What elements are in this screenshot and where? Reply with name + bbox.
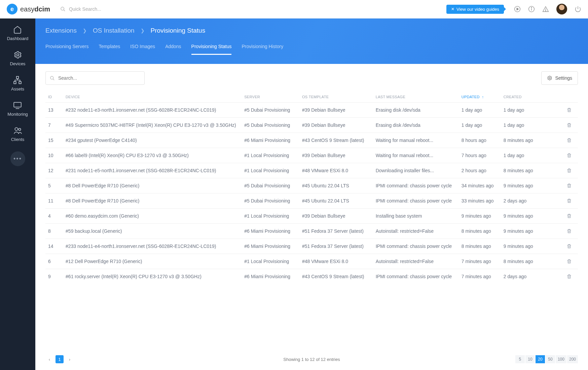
cell-server: #1 Local Provisioning — [242, 148, 299, 163]
cell-created: 8 minutes ago — [501, 163, 564, 178]
trash-icon[interactable] — [566, 138, 575, 143]
table-row[interactable]: 8#59 backup.local (Generic)#6 Miami Prov… — [45, 224, 578, 239]
tab-addons[interactable]: Addons — [165, 44, 181, 55]
table-row[interactable]: 6#12 Dell PowerEdge R710 (Generic)#1 Loc… — [45, 254, 578, 269]
info-icon[interactable] — [528, 6, 535, 12]
trash-icon[interactable] — [566, 228, 575, 234]
table-row[interactable]: 10#66 label9 (Intel(R) Xeon(R) CPU E3-12… — [45, 148, 578, 163]
trash-icon[interactable] — [566, 168, 575, 173]
cell-id: 15 — [45, 133, 63, 148]
cell-message: Installing base system — [373, 209, 459, 224]
breadcrumb-extensions[interactable]: Extensions — [45, 27, 77, 34]
col-created[interactable]: Created — [501, 91, 564, 103]
trash-icon[interactable] — [566, 244, 575, 249]
cell-updated: 8 minutes ago — [459, 239, 501, 254]
settings-button[interactable]: Settings — [541, 71, 578, 85]
trash-icon[interactable] — [566, 153, 575, 158]
pager-prev[interactable]: ‹ — [45, 355, 53, 363]
logo-bold: dcim — [34, 5, 50, 13]
table-row[interactable]: 12#231 node11-e5-north1.ironserver.net (… — [45, 163, 578, 178]
trash-icon[interactable] — [566, 259, 575, 264]
page-size-200[interactable]: 200 — [567, 355, 578, 363]
trash-icon[interactable] — [566, 213, 575, 219]
cell-template: #43 CentOS 9 Stream (latest) — [299, 133, 373, 148]
trash-icon[interactable] — [566, 198, 575, 204]
cell-created: 2 days ago — [501, 193, 564, 209]
col-template[interactable]: OS Template — [299, 91, 373, 103]
search-input-wrap[interactable] — [45, 71, 145, 85]
avatar[interactable] — [556, 4, 567, 14]
search-input[interactable] — [58, 75, 140, 81]
tab-provisioning-servers[interactable]: Provisioning Servers — [45, 44, 88, 55]
table-row[interactable]: 15#234 gputest (PowerEdge C4140)#6 Miami… — [45, 133, 578, 148]
close-icon[interactable]: ✕ — [451, 7, 454, 11]
pager-page[interactable]: 1 — [56, 355, 64, 363]
sidebar-item-devices[interactable]: Devices — [10, 50, 25, 66]
trash-icon[interactable] — [566, 122, 575, 128]
cell-updated: 8 hours ago — [459, 133, 501, 148]
alert-icon[interactable] — [542, 6, 549, 12]
tab-provisioning-status[interactable]: Provisioning Status — [191, 44, 232, 55]
trash-icon[interactable] — [566, 107, 575, 113]
power-icon[interactable] — [575, 6, 581, 12]
col-device[interactable]: Device — [63, 91, 242, 103]
tab-iso-images[interactable]: ISO Images — [130, 44, 155, 55]
cell-server: #1 Local Provisioning — [242, 209, 299, 224]
cell-id: 8 — [45, 224, 63, 239]
content: Settings ID Device Server OS Template La… — [35, 64, 588, 370]
sidebar-item-assets[interactable]: Assets — [11, 76, 24, 91]
logo[interactable]: e easydcim — [7, 4, 50, 14]
cell-template: #45 Ubuntu 22.04 LTS — [299, 193, 373, 209]
col-message[interactable]: Last Message — [373, 91, 459, 103]
cell-server: #1 Local Provisioning — [242, 254, 299, 269]
page-size-50[interactable]: 50 — [546, 355, 555, 363]
quick-search[interactable]: Quick Search... — [60, 6, 101, 12]
cell-template: #48 VMware ESXi 8.0 — [299, 163, 373, 178]
table-row[interactable]: 14#233 node11-e4-north1.ironserver.net (… — [45, 239, 578, 254]
cell-updated: 1 day ago — [459, 118, 501, 133]
cell-message: Autoinstall: restricted=False — [373, 224, 459, 239]
sidebar-item-dashboard[interactable]: Dashboard — [7, 25, 29, 41]
table-row[interactable]: 5#8 Dell PowerEdge R710 (Generic)#5 Duba… — [45, 178, 578, 193]
sidebar-item-monitoring[interactable]: Monitoring — [7, 101, 28, 117]
tab-provisioning-history[interactable]: Provisioning History — [242, 44, 283, 55]
sidebar-item-label: Clients — [11, 137, 25, 142]
footer: ‹ 1 › Showing 1 to 12 of 12 entries 5102… — [45, 348, 578, 363]
cell-server: #1 Local Provisioning — [242, 163, 299, 178]
page-size-20[interactable]: 20 — [536, 355, 545, 363]
page-size-5[interactable]: 5 — [515, 355, 525, 363]
col-updated[interactable]: Updated ↑ — [459, 91, 501, 103]
col-server[interactable]: Server — [242, 91, 299, 103]
video-guide-banner[interactable]: ✕ View our video guides — [446, 5, 504, 14]
page-size-100[interactable]: 100 — [556, 355, 566, 363]
col-id[interactable]: ID — [45, 91, 63, 103]
svg-rect-10 — [16, 76, 19, 79]
cell-server: #6 Miami Provisioning — [242, 133, 299, 148]
sidebar-more-button[interactable]: ••• — [10, 151, 25, 166]
pager-next[interactable]: › — [66, 355, 74, 363]
sidebar-item-clients[interactable]: Clients — [11, 126, 25, 142]
table-header-row: ID Device Server OS Template Last Messag… — [45, 91, 578, 103]
cell-created: 1 day ago — [501, 148, 564, 163]
video-guide-label: View our video guides — [456, 7, 499, 12]
svg-line-1 — [64, 10, 65, 11]
table-row[interactable]: 13#232 node11-e3-north1.ironserver.net (… — [45, 103, 578, 118]
table-row[interactable]: 4#60 demo.easydcim.com (Generic)#1 Local… — [45, 209, 578, 224]
pager: ‹ 1 › — [45, 355, 74, 363]
cell-id: 10 — [45, 148, 63, 163]
table-row[interactable]: 7#49 Supermicro 5037MC-H8TRF (Intel(R) X… — [45, 118, 578, 133]
cell-message: Erasing disk /dev/sda — [373, 103, 459, 118]
table-row[interactable]: 11#8 Dell PowerEdge R710 (Generic)#5 Dub… — [45, 193, 578, 209]
sidebar: Dashboard Devices Assets Monitoring Clie… — [0, 18, 35, 370]
cell-message: IPMI command: chassis power cycle — [373, 239, 459, 254]
tab-templates[interactable]: Templates — [99, 44, 120, 55]
trash-icon[interactable] — [566, 183, 575, 188]
trash-icon[interactable] — [566, 274, 575, 279]
breadcrumb-os-installation[interactable]: OS Installation — [93, 27, 135, 34]
sidebar-item-label: Monitoring — [7, 112, 28, 117]
cell-device: #8 Dell PowerEdge R710 (Generic) — [63, 178, 242, 193]
table-row[interactable]: 9#61 rocky.server (Intel(R) Xeon(R) CPU … — [45, 269, 578, 284]
page-size-10[interactable]: 10 — [525, 355, 535, 363]
chevron-right-icon: ❯ — [141, 28, 145, 33]
play-icon[interactable] — [514, 6, 521, 12]
